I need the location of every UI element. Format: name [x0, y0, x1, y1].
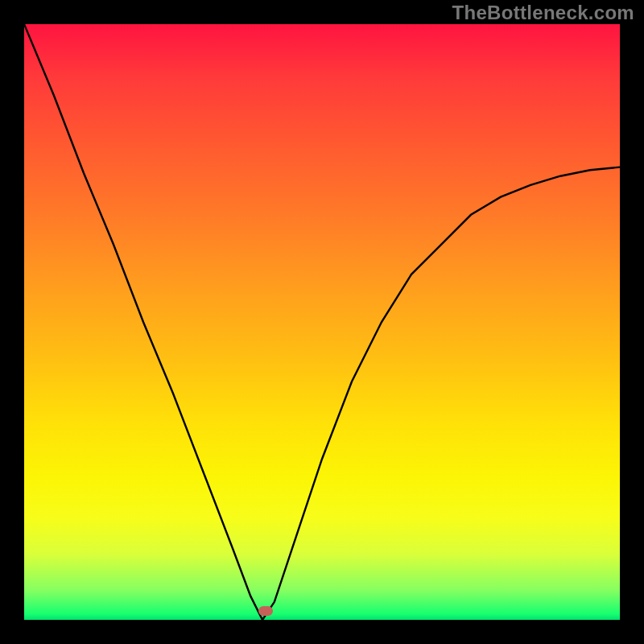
curve-layer	[24, 24, 620, 620]
chart-frame: TheBottleneck.com	[0, 0, 644, 644]
bottleneck-curve	[24, 24, 620, 620]
plot-area	[24, 24, 620, 620]
optimal-marker	[258, 606, 273, 616]
watermark-text: TheBottleneck.com	[452, 2, 634, 24]
